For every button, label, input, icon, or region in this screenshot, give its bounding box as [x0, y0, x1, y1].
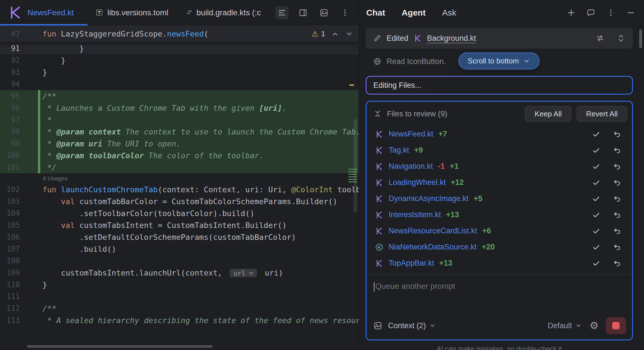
- file-review-row[interactable]: NiaNetworkDataSource.kt+20: [371, 239, 628, 255]
- warning-icon[interactable]: ⚠: [312, 29, 318, 39]
- chat-tab-agent[interactable]: Agent: [402, 8, 426, 18]
- code-line-99[interactable]: 99 * @param uri The URI to open.: [0, 138, 359, 150]
- code-line-107[interactable]: 107 .build(): [0, 243, 359, 255]
- accept-file-icon[interactable]: [592, 130, 600, 138]
- file-review-row[interactable]: Navigation.kt-1+1: [371, 158, 628, 174]
- file-link[interactable]: DynamicAsyncImage.kt: [389, 194, 469, 203]
- accept-file-icon[interactable]: [592, 243, 600, 251]
- code-line-111[interactable]: 111: [0, 291, 359, 302]
- file-review-row[interactable]: LoadingWheel.kt+12: [371, 174, 628, 191]
- file-link[interactable]: InterestsItem.kt: [389, 210, 441, 219]
- next-problem-icon[interactable]: [345, 30, 353, 38]
- more-options-icon[interactable]: [339, 7, 351, 19]
- new-chat-icon[interactable]: [567, 8, 576, 17]
- revert-file-icon[interactable]: [613, 227, 621, 235]
- revert-file-icon[interactable]: [613, 162, 621, 171]
- sticky-code-line[interactable]: 47 fun LazyStaggeredGridScope.newsFeed( …: [0, 25, 359, 42]
- expand-collapse-icon[interactable]: [617, 34, 626, 43]
- prompt-input[interactable]: Queue another prompt: [367, 274, 632, 317]
- file-link[interactable]: TopAppBar.kt: [389, 259, 434, 268]
- code-line-112[interactable]: 112/**: [0, 302, 359, 314]
- minimize-icon[interactable]: [626, 8, 635, 17]
- editor-tab-newsfeed-kt[interactable]: NewsFeed.kt: [0, 0, 88, 25]
- file-link[interactable]: Navigation.kt: [389, 162, 433, 171]
- editor-horizontal-scrollbar[interactable]: [27, 345, 213, 348]
- code-line-110[interactable]: 110}: [0, 279, 359, 291]
- task-status-box[interactable]: Editing Files...: [366, 76, 633, 95]
- chat-scrollbar[interactable]: [639, 29, 642, 48]
- code-line-92[interactable]: 92 }: [0, 54, 359, 66]
- file-review-row[interactable]: InterestsItem.kt+13: [371, 207, 628, 223]
- code-line-98[interactable]: 98 * @param context The context to use t…: [0, 126, 359, 138]
- preview-icon[interactable]: [318, 7, 330, 19]
- show-diff-icon[interactable]: [596, 34, 605, 43]
- revert-all-button[interactable]: Revert All: [577, 106, 627, 121]
- code-line-94[interactable]: 94: [0, 78, 359, 90]
- more-options-icon[interactable]: [606, 8, 615, 17]
- code-line-97[interactable]: 97 *: [0, 114, 359, 126]
- structure-view-icon[interactable]: [276, 7, 288, 19]
- code-line-95[interactable]: 95/**: [0, 90, 359, 102]
- accept-file-icon[interactable]: [592, 211, 600, 219]
- file-review-row[interactable]: TopAppBar.kt+13: [371, 255, 628, 271]
- code-line-113[interactable]: 113 * A sealed hierarchy describing the …: [0, 314, 359, 326]
- file-link[interactable]: NiaNetworkDataSource.kt: [389, 243, 477, 251]
- file-review-row[interactable]: NewsResourceCardList.kt+6: [371, 223, 628, 239]
- editor-vertical-scrollbar[interactable]: [353, 119, 357, 212]
- editor-tab-build-gradle-kts-c[interactable]: build.gradle.kts (:c: [176, 0, 276, 25]
- split-editor-icon[interactable]: [297, 7, 309, 19]
- settings-gear-icon[interactable]: ⚙: [590, 321, 599, 331]
- code-line-106[interactable]: 106 .setDefaultColorSchemeParams(customT…: [0, 231, 359, 243]
- revert-file-icon[interactable]: [613, 178, 621, 187]
- editor-tab-libs-versions-toml[interactable]: libs.versions.toml: [88, 0, 176, 25]
- close-tab-icon[interactable]: [78, 9, 80, 16]
- file-row-actions: [592, 227, 624, 235]
- file-review-row[interactable]: NewsFeed.kt+7: [371, 126, 628, 142]
- keep-all-button[interactable]: Keep All: [525, 106, 571, 121]
- stop-button[interactable]: [606, 317, 626, 334]
- chat-tab-ask[interactable]: Ask: [442, 8, 456, 18]
- code-line-93[interactable]: 93}: [0, 66, 359, 78]
- chat-tab-chat[interactable]: Chat: [366, 8, 385, 18]
- code-editor[interactable]: 91 }92 }93}9495/**96 * Launches a Custom…: [0, 42, 359, 326]
- revert-file-icon[interactable]: [613, 195, 621, 203]
- accept-file-icon[interactable]: [592, 195, 600, 203]
- accept-file-icon[interactable]: [592, 178, 600, 187]
- file-link[interactable]: NewsResourceCardList.kt: [389, 227, 477, 235]
- code-line-91[interactable]: 91 }: [0, 42, 359, 54]
- code-line-108[interactable]: 108: [0, 255, 359, 267]
- conversations-icon[interactable]: [586, 8, 596, 17]
- code-line-102[interactable]: 102fun launchCustomChromeTab(context: Co…: [0, 183, 359, 195]
- revert-file-icon[interactable]: [613, 243, 621, 251]
- code-line-109[interactable]: 109 customTabsIntent.launchUrl(context, …: [0, 267, 359, 279]
- revert-file-icon[interactable]: [613, 146, 621, 155]
- file-link[interactable]: LoadingWheel.kt: [389, 178, 446, 187]
- edited-file-link[interactable]: Background.kt: [427, 34, 476, 43]
- code-line-96[interactable]: 96 * Launches a Custom Chrome Tab with t…: [0, 102, 359, 114]
- code-line-101[interactable]: 101 */: [0, 161, 359, 173]
- file-link[interactable]: Tag.kt: [389, 146, 409, 155]
- file-review-row[interactable]: Tag.kt+9: [371, 142, 628, 158]
- code-line-104[interactable]: 104 .setToolbarColor(toolbarColor).build…: [0, 207, 359, 219]
- code-line-103[interactable]: 103 val customTabBarColor = CustomTabCol…: [0, 195, 359, 207]
- code-line-100[interactable]: 100 * @param toolbarColor The color of t…: [0, 150, 359, 161]
- context-selector[interactable]: Context (2): [388, 321, 436, 330]
- revert-file-icon[interactable]: [613, 211, 621, 219]
- accept-file-icon[interactable]: [592, 259, 600, 268]
- accept-file-icon[interactable]: [592, 146, 600, 155]
- usages-hint[interactable]: 4 Usages: [0, 173, 359, 183]
- tab-dropdown-icon[interactable]: [267, 8, 268, 17]
- edited-file-row[interactable]: Edited Background.kt: [366, 28, 633, 49]
- prev-problem-icon[interactable]: [331, 30, 339, 38]
- accept-file-icon[interactable]: [592, 162, 600, 171]
- attach-image-icon[interactable]: [373, 321, 382, 330]
- scroll-to-bottom-button[interactable]: Scroll to bottom: [459, 53, 539, 69]
- accept-file-icon[interactable]: [592, 227, 600, 235]
- file-link[interactable]: NewsFeed.kt: [389, 130, 433, 138]
- revert-file-icon[interactable]: [613, 130, 621, 138]
- model-selector[interactable]: Default: [548, 321, 582, 330]
- code-line-105[interactable]: 105 val customTabsIntent = CustomTabsInt…: [0, 219, 359, 231]
- revert-file-icon[interactable]: [613, 259, 621, 268]
- file-review-row[interactable]: DynamicAsyncImage.kt+5: [371, 191, 628, 207]
- collapse-icon[interactable]: [373, 110, 382, 118]
